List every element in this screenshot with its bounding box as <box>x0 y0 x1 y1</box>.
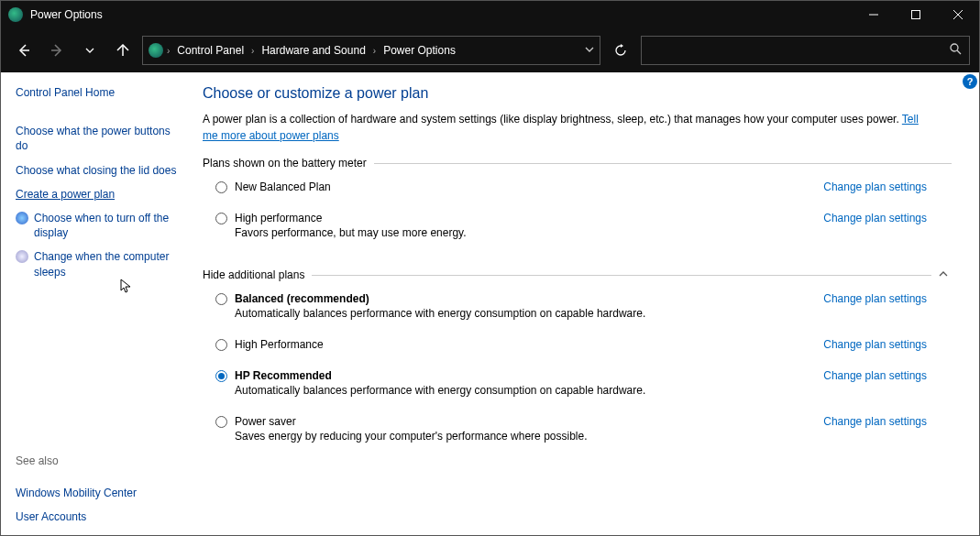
plan-desc: Automatically balances performance with … <box>235 307 805 320</box>
svg-rect-1 <box>912 11 920 19</box>
change-plan-settings-link[interactable]: Change plan settings <box>823 415 927 428</box>
control-panel-home-link[interactable]: Control Panel Home <box>16 85 179 100</box>
intro-body: A power plan is a collection of hardware… <box>203 113 902 126</box>
hide-additional-plans-label: Hide additional plans <box>203 268 304 281</box>
window-title: Power Options <box>30 8 853 21</box>
chevron-down-icon <box>85 46 94 55</box>
plan-desc: Automatically balances performance with … <box>235 384 805 397</box>
search-icon[interactable] <box>950 43 962 58</box>
svg-point-7 <box>951 44 958 51</box>
radio-button[interactable] <box>215 339 227 351</box>
titlebar: Power Options <box>1 1 979 28</box>
intro-text: A power plan is a collection of hardware… <box>203 111 927 144</box>
plan-name[interactable]: Power saver <box>235 415 805 428</box>
plan-name[interactable]: High performance <box>235 212 805 224</box>
radio-button[interactable] <box>215 293 227 305</box>
content-area: ? Control Panel Home Choose what the pow… <box>1 72 979 536</box>
arrow-right-icon <box>50 44 63 57</box>
arrow-left-icon <box>17 44 30 57</box>
plan-name[interactable]: High Performance <box>235 338 805 351</box>
back-button[interactable] <box>10 37 38 64</box>
change-plan-settings-link[interactable]: Change plan settings <box>823 338 927 351</box>
breadcrumb-item[interactable]: Control Panel <box>173 44 248 57</box>
sleep-icon <box>16 250 28 263</box>
plan-row: High Performance Change plan settings <box>203 334 927 353</box>
see-also-mobility-center[interactable]: Windows Mobility Center <box>16 486 179 500</box>
search-box[interactable] <box>641 36 970 65</box>
plans-shown-header: Plans shown on the battery meter <box>203 157 952 170</box>
plan-name[interactable]: Balanced (recommended) <box>235 292 805 305</box>
chevron-right-icon: › <box>373 46 376 56</box>
change-plan-settings-link[interactable]: Change plan settings <box>823 180 927 193</box>
hide-additional-plans-header[interactable]: Hide additional plans <box>203 268 952 281</box>
plan-row: New Balanced Plan Change plan settings <box>203 177 927 195</box>
change-plan-settings-link[interactable]: Change plan settings <box>823 212 927 224</box>
sidebar-link-turn-off-display[interactable]: Choose when to turn off the display <box>34 211 179 240</box>
breadcrumb-item[interactable]: Power Options <box>380 44 459 57</box>
refresh-button[interactable] <box>606 36 635 65</box>
minimize-icon <box>869 10 878 19</box>
window-controls <box>853 1 979 28</box>
sidebar-link-power-buttons[interactable]: Choose what the power buttons do <box>16 124 179 153</box>
radio-button[interactable] <box>215 416 227 428</box>
close-icon <box>953 10 963 19</box>
up-button[interactable] <box>109 37 137 64</box>
minimize-button[interactable] <box>853 1 895 28</box>
arrow-up-icon <box>116 44 129 57</box>
maximize-button[interactable] <box>895 1 937 28</box>
plan-row: Power saver Saves energy by reducing you… <box>203 411 927 444</box>
change-plan-settings-link[interactable]: Change plan settings <box>823 369 927 382</box>
search-input[interactable] <box>649 44 950 57</box>
recent-locations-button[interactable] <box>76 37 104 64</box>
sidebar: Control Panel Home Choose what the power… <box>1 72 193 536</box>
main-panel: Choose or customize a power plan A power… <box>193 72 979 536</box>
forward-button[interactable] <box>43 37 71 64</box>
radio-button[interactable] <box>215 370 227 382</box>
display-icon <box>16 212 28 224</box>
divider <box>374 163 952 164</box>
refresh-icon <box>614 44 627 57</box>
address-bar[interactable]: › Control Panel › Hardware and Sound › P… <box>142 36 600 65</box>
plan-name[interactable]: New Balanced Plan <box>235 180 805 193</box>
control-panel-icon <box>149 43 163 58</box>
page-title: Choose or customize a power plan <box>203 85 952 102</box>
see-also-user-accounts[interactable]: User Accounts <box>16 509 179 524</box>
radio-button[interactable] <box>215 181 227 193</box>
sidebar-link-sleep[interactable]: Change when the computer sleeps <box>34 249 179 279</box>
maximize-icon <box>911 10 920 19</box>
divider <box>312 275 931 276</box>
app-icon <box>8 7 23 22</box>
radio-button[interactable] <box>215 213 227 224</box>
chevron-down-icon <box>585 45 594 54</box>
svg-line-8 <box>957 50 961 54</box>
plan-row: High performance Favors performance, but… <box>203 208 927 241</box>
plan-desc: Favors performance, but may use more ene… <box>235 226 805 239</box>
change-plan-settings-link[interactable]: Change plan settings <box>823 292 927 305</box>
address-dropdown-button[interactable] <box>585 44 594 57</box>
close-button[interactable] <box>937 1 979 28</box>
sidebar-link-closing-lid[interactable]: Choose what closing the lid does <box>16 163 179 178</box>
sidebar-link-create-plan[interactable]: Create a power plan <box>16 187 179 202</box>
chevron-up-icon <box>931 269 952 280</box>
navbar: › Control Panel › Hardware and Sound › P… <box>1 28 979 72</box>
plan-desc: Saves energy by reducing your computer's… <box>235 430 805 443</box>
breadcrumb-item[interactable]: Hardware and Sound <box>258 44 369 57</box>
plan-row: Balanced (recommended) Automatically bal… <box>203 289 927 322</box>
plan-row: HP Recommended Automatically balances pe… <box>203 366 927 399</box>
see-also-label: See also <box>16 454 179 473</box>
chevron-right-icon: › <box>167 46 170 56</box>
plan-name[interactable]: HP Recommended <box>235 369 805 382</box>
chevron-right-icon: › <box>251 46 254 56</box>
plans-shown-label: Plans shown on the battery meter <box>203 157 367 170</box>
